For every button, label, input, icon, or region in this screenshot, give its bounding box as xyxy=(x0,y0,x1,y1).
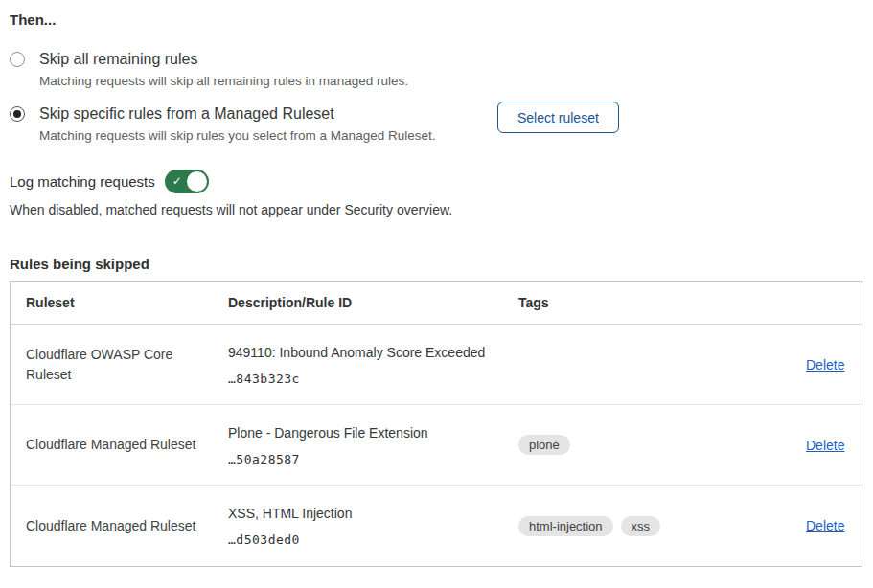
toggle-knob xyxy=(187,171,207,192)
skipped-rules-table: Ruleset Description/Rule ID Tags Cloudfl… xyxy=(10,281,862,567)
tag-pill: plone xyxy=(518,435,570,455)
radio-description: Matching requests will skip all remainin… xyxy=(39,73,408,90)
radio-option-text: Skip all remaining rules Matching reques… xyxy=(39,49,408,90)
row-actions: Delete xyxy=(806,357,873,373)
select-ruleset-button[interactable]: Select ruleset xyxy=(497,102,619,133)
ruleset-name: Cloudflare Managed Ruleset xyxy=(26,516,228,536)
rule-tags-cell: plone xyxy=(518,435,806,455)
tag-pill: xss xyxy=(621,516,661,536)
row-actions: Delete xyxy=(806,518,873,533)
table-row: Cloudflare OWASP Core Ruleset 949110: In… xyxy=(11,325,862,405)
radio-description: Matching requests will skip rules you se… xyxy=(39,127,435,145)
rule-id: …843b323c xyxy=(228,372,518,386)
radio-label: Skip specific rules from a Managed Rules… xyxy=(39,103,435,124)
tag-pill: html-injection xyxy=(518,516,613,536)
then-heading: Then... xyxy=(10,11,862,28)
check-icon: ✓ xyxy=(172,173,182,190)
rule-description: 949110: Inbound Anomaly Score Exceeded xyxy=(228,344,518,362)
column-header-description: Description/Rule ID xyxy=(228,295,518,310)
rule-description: XSS, HTML Injection xyxy=(228,505,518,523)
delete-link[interactable]: Delete xyxy=(806,518,844,533)
log-matching-requests-description: When disabled, matched requests will not… xyxy=(10,202,862,217)
radio-option-skip-specific-wrap: Skip specific rules from a Managed Rules… xyxy=(10,103,862,145)
rule-id: …50a28587 xyxy=(228,452,518,466)
column-header-tags: Tags xyxy=(518,295,806,310)
table-row: Cloudflare Managed Ruleset Plone - Dange… xyxy=(11,405,862,486)
rule-tags-cell: html-injection xss xyxy=(518,516,806,536)
waf-rule-form: Then... Skip all remaining rules Matchin… xyxy=(0,0,873,567)
delete-link[interactable]: Delete xyxy=(806,357,844,373)
radio-button-selected[interactable] xyxy=(10,106,25,122)
table-row: Cloudflare Managed Ruleset XSS, HTML Inj… xyxy=(11,486,862,566)
log-matching-requests-label: Log matching requests xyxy=(10,173,155,190)
rule-description: Plone - Dangerous File Extension xyxy=(228,424,518,442)
radio-option-skip-all[interactable]: Skip all remaining rules Matching reques… xyxy=(10,49,862,90)
rule-description-cell: 949110: Inbound Anomaly Score Exceeded …… xyxy=(228,344,518,386)
rule-description-cell: XSS, HTML Injection …d503ded0 xyxy=(228,505,518,547)
log-matching-requests-toggle[interactable]: ✓ xyxy=(165,170,209,193)
rule-description-cell: Plone - Dangerous File Extension …50a285… xyxy=(228,424,518,466)
rule-id: …d503ded0 xyxy=(228,532,518,547)
radio-option-skip-specific[interactable]: Skip specific rules from a Managed Rules… xyxy=(10,103,862,145)
radio-option-text: Skip specific rules from a Managed Rules… xyxy=(39,103,435,145)
ruleset-name: Cloudflare OWASP Core Ruleset xyxy=(26,345,228,385)
column-header-ruleset: Ruleset xyxy=(26,295,228,310)
ruleset-name: Cloudflare Managed Ruleset xyxy=(26,435,228,455)
rules-being-skipped-heading: Rules being skipped xyxy=(10,256,862,272)
log-matching-requests-row: Log matching requests ✓ xyxy=(10,170,862,193)
radio-button-unselected[interactable] xyxy=(10,52,25,67)
table-header-row: Ruleset Description/Rule ID Tags xyxy=(11,282,862,325)
radio-label: Skip all remaining rules xyxy=(39,49,408,69)
row-actions: Delete xyxy=(806,438,873,453)
delete-link[interactable]: Delete xyxy=(806,438,844,453)
